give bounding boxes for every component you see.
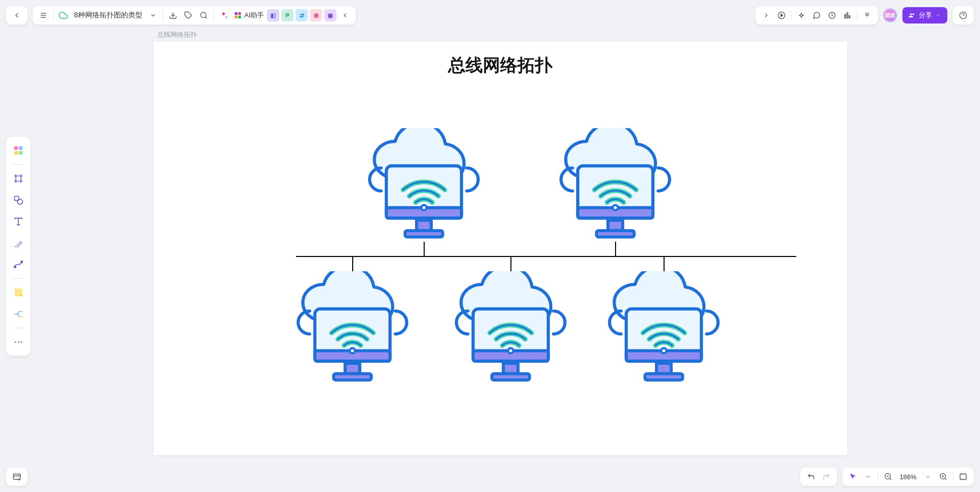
play-button[interactable] (774, 8, 789, 23)
pointer-tool[interactable] (845, 469, 861, 484)
drop-line (424, 242, 425, 256)
canvas-page[interactable]: 总线网络拓扑 (153, 41, 847, 455)
svg-marker-12 (781, 14, 783, 16)
ai-assistant-button[interactable]: AI助手 (231, 11, 266, 20)
svg-rect-20 (19, 146, 22, 150)
svg-rect-14 (845, 15, 846, 18)
undo-button[interactable] (803, 469, 819, 484)
tool-more[interactable] (10, 333, 27, 350)
mini-tool-3[interactable]: ⇄ (296, 9, 308, 21)
ai-sparkle-icon[interactable] (216, 8, 231, 23)
expand-right-icon[interactable] (758, 8, 774, 23)
tool-templates[interactable] (10, 142, 27, 159)
zoom-level[interactable]: 186% (896, 473, 920, 481)
topology-node[interactable] (453, 271, 568, 386)
svg-point-34 (15, 341, 16, 343)
mini-tool-2[interactable]: P (281, 9, 293, 21)
svg-rect-37 (13, 474, 20, 480)
tool-sticky-note[interactable] (10, 284, 27, 301)
svg-line-41 (890, 478, 891, 480)
history-button[interactable] (824, 8, 840, 23)
svg-point-9 (201, 12, 206, 18)
svg-point-32 (21, 261, 22, 262)
tool-rail (6, 136, 31, 356)
diagram-title: 总线网络拓扑 (153, 54, 847, 77)
tool-shapes[interactable] (10, 191, 27, 208)
zoom-in-button[interactable] (936, 469, 951, 484)
drop-line (664, 257, 665, 271)
document-title[interactable]: 8种网络拓扑图的类型 (71, 11, 145, 20)
svg-point-35 (18, 341, 19, 343)
svg-rect-15 (847, 13, 848, 18)
share-button[interactable]: 分享 (902, 7, 947, 24)
svg-rect-16 (849, 16, 850, 18)
minimap-button[interactable] (955, 469, 971, 484)
bus-topology-diagram (153, 103, 847, 445)
cloud-sync-icon[interactable] (56, 8, 71, 23)
comment-button[interactable] (809, 8, 824, 23)
tool-frame[interactable] (10, 170, 27, 187)
svg-rect-19 (14, 146, 18, 150)
tag-button[interactable] (181, 8, 196, 23)
tool-connector[interactable] (10, 255, 27, 273)
svg-point-36 (21, 341, 22, 343)
effects-button[interactable] (794, 8, 809, 23)
more-dropdown[interactable] (860, 8, 875, 23)
zoom-dropdown[interactable] (920, 469, 936, 484)
zoom-out-button[interactable] (880, 469, 896, 484)
doc-title-dropdown[interactable] (145, 8, 161, 23)
drop-line (510, 257, 511, 271)
topology-node[interactable] (606, 271, 721, 386)
drop-line (352, 257, 353, 271)
tool-text[interactable] (10, 213, 27, 230)
redo-button[interactable] (819, 469, 834, 484)
ai-assistant-label: AI助手 (244, 11, 264, 20)
pointer-dropdown[interactable] (861, 469, 876, 484)
mini-tool-4[interactable]: ⊞ (310, 9, 322, 21)
share-label: 分享 (919, 11, 932, 20)
data-button[interactable] (840, 8, 855, 23)
topology-node[interactable] (558, 128, 673, 243)
topology-node[interactable] (295, 271, 410, 386)
download-button[interactable] (165, 8, 181, 23)
pages-panel-button[interactable] (9, 469, 24, 484)
tool-mindmap[interactable] (10, 305, 27, 322)
svg-point-28 (17, 199, 22, 204)
drop-line (615, 242, 616, 256)
search-button[interactable] (196, 8, 211, 23)
svg-line-45 (945, 478, 946, 480)
svg-line-10 (205, 17, 207, 18)
topology-node[interactable] (366, 128, 481, 243)
page-label[interactable]: 总线网络拓扑 (157, 30, 197, 39)
svg-point-31 (14, 266, 16, 267)
mini-collapse[interactable] (337, 8, 353, 23)
tool-pen[interactable] (10, 234, 27, 251)
avatar[interactable]: 妮妮 (883, 8, 897, 22)
help-button[interactable] (955, 8, 971, 23)
svg-rect-21 (14, 151, 18, 154)
mini-tool-1[interactable]: ◧ (267, 9, 279, 21)
mini-tool-5[interactable]: ▣ (324, 9, 336, 21)
back-button[interactable] (9, 8, 24, 23)
menu-button[interactable] (36, 8, 51, 23)
svg-rect-22 (19, 151, 22, 154)
bus-backbone-line (296, 256, 796, 257)
